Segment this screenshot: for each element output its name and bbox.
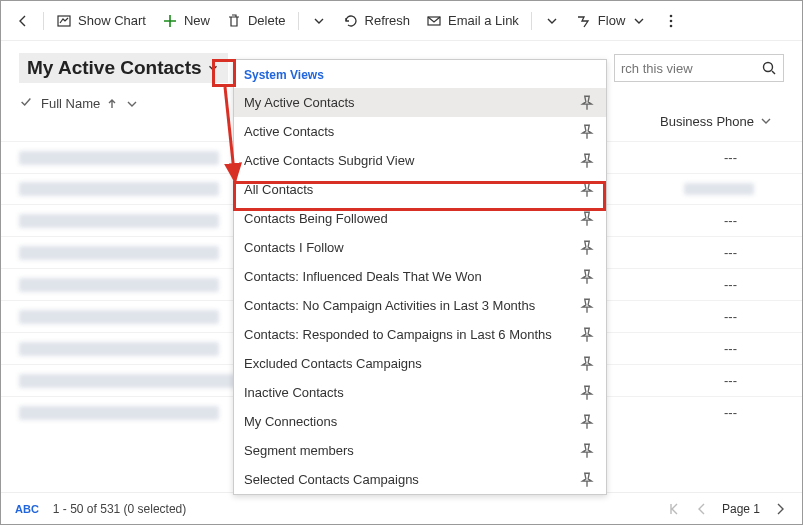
back-button[interactable] <box>7 9 39 33</box>
pin-icon[interactable] <box>578 154 596 168</box>
pin-icon[interactable] <box>578 415 596 429</box>
business-phone-cell: --- <box>724 309 784 324</box>
chevron-down-icon[interactable] <box>124 96 140 112</box>
view-option[interactable]: My Active Contacts <box>234 88 606 117</box>
view-option[interactable]: Contacts: Responded to Campaigns in Last… <box>234 320 606 349</box>
pin-icon[interactable] <box>578 444 596 458</box>
abc-jump[interactable]: ABC <box>15 503 39 515</box>
view-dropdown: System Views My Active ContactsActive Co… <box>233 59 607 495</box>
view-option-label: Selected Contacts Campaigns <box>244 472 419 487</box>
chevron-down-icon <box>631 13 647 29</box>
view-selector[interactable]: My Active Contacts <box>19 53 228 83</box>
show-chart-button[interactable]: Show Chart <box>48 9 154 33</box>
pin-icon[interactable] <box>578 96 596 110</box>
search-box[interactable] <box>614 54 784 82</box>
envelope-icon <box>426 13 442 29</box>
next-page-icon[interactable] <box>772 501 788 517</box>
chevron-down-icon <box>544 13 560 29</box>
delete-split-button[interactable] <box>303 9 335 33</box>
search-icon[interactable] <box>761 60 777 76</box>
new-label: New <box>184 13 210 28</box>
show-chart-label: Show Chart <box>78 13 146 28</box>
flow-label: Flow <box>598 13 625 28</box>
business-phone-cell: --- <box>724 245 784 260</box>
view-title: My Active Contacts <box>27 57 202 79</box>
record-count: 1 - 50 of 531 (0 selected) <box>53 502 186 516</box>
svg-point-4 <box>670 24 673 27</box>
col-business-phone-label: Business Phone <box>660 114 754 129</box>
contact-name-cell <box>19 246 219 260</box>
pin-icon[interactable] <box>578 357 596 371</box>
view-option[interactable]: Contacts: No Campaign Activities in Last… <box>234 291 606 320</box>
toolbar: Show Chart New Delete Refresh Email a Li… <box>1 1 802 41</box>
contact-name-cell <box>19 406 219 420</box>
pin-icon[interactable] <box>578 299 596 313</box>
view-option[interactable]: All Contacts <box>234 175 606 204</box>
view-option[interactable]: Contacts: Influenced Deals That We Won <box>234 262 606 291</box>
prev-page-icon[interactable] <box>694 501 710 517</box>
pin-icon[interactable] <box>578 328 596 342</box>
view-option-label: All Contacts <box>244 182 313 197</box>
search-input[interactable] <box>621 61 761 76</box>
delete-button[interactable]: Delete <box>218 9 294 33</box>
select-all-check[interactable] <box>19 95 35 112</box>
pin-icon[interactable] <box>578 183 596 197</box>
view-option[interactable]: Inactive Contacts <box>234 378 606 407</box>
business-phone-cell: --- <box>724 277 784 292</box>
trash-icon <box>226 13 242 29</box>
new-button[interactable]: New <box>154 9 218 33</box>
more-vertical-icon <box>663 13 679 29</box>
chart-icon <box>56 13 72 29</box>
view-option[interactable]: Active Contacts Subgrid View <box>234 146 606 175</box>
plus-icon <box>162 13 178 29</box>
back-icon <box>15 13 31 29</box>
col-full-name[interactable]: Full Name <box>41 96 140 112</box>
view-option[interactable]: Excluded Contacts Campaigns <box>234 349 606 378</box>
view-option[interactable]: My Connections <box>234 407 606 436</box>
svg-point-3 <box>670 19 673 22</box>
svg-rect-0 <box>58 16 70 26</box>
view-option-label: Contacts: Influenced Deals That We Won <box>244 269 482 284</box>
view-option-label: Excluded Contacts Campaigns <box>244 356 422 371</box>
view-option[interactable]: Selected Contacts Campaigns <box>234 465 606 494</box>
view-option-label: Active Contacts Subgrid View <box>244 153 414 168</box>
flow-button[interactable]: Flow <box>568 9 655 33</box>
first-page-icon[interactable] <box>666 501 682 517</box>
pin-icon[interactable] <box>578 212 596 226</box>
pin-icon[interactable] <box>578 270 596 284</box>
pin-icon[interactable] <box>578 386 596 400</box>
pin-icon[interactable] <box>578 241 596 255</box>
pin-icon[interactable] <box>578 125 596 139</box>
contact-name-cell <box>19 151 219 165</box>
business-phone-cell: --- <box>724 341 784 356</box>
separator <box>531 12 532 30</box>
pager: Page 1 <box>666 501 788 517</box>
business-phone-cell: --- <box>724 405 784 420</box>
view-option-label: Segment members <box>244 443 354 458</box>
contact-name-cell <box>19 342 219 356</box>
view-option[interactable]: Contacts Being Followed <box>234 204 606 233</box>
email-label: Email a Link <box>448 13 519 28</box>
view-selector-chevron[interactable] <box>202 55 224 81</box>
view-option[interactable]: Contacts I Follow <box>234 233 606 262</box>
business-phone-cell <box>684 183 754 195</box>
chevron-down-icon[interactable] <box>758 113 774 129</box>
refresh-button[interactable]: Refresh <box>335 9 419 33</box>
dropdown-section-header: System Views <box>234 60 606 88</box>
contact-name-cell <box>19 182 219 196</box>
col-business-phone[interactable]: Business Phone <box>660 113 774 129</box>
svg-point-2 <box>670 14 673 17</box>
view-option-label: Contacts: No Campaign Activities in Last… <box>244 298 535 313</box>
view-option[interactable]: Active Contacts <box>234 117 606 146</box>
overflow-button[interactable] <box>655 9 687 33</box>
pin-icon[interactable] <box>578 473 596 487</box>
refresh-icon <box>343 13 359 29</box>
email-link-button[interactable]: Email a Link <box>418 9 527 33</box>
view-option-label: Contacts: Responded to Campaigns in Last… <box>244 327 552 342</box>
sort-asc-icon <box>104 96 120 112</box>
contact-name-cell <box>19 278 219 292</box>
email-split-button[interactable] <box>536 9 568 33</box>
business-phone-cell: --- <box>724 150 784 165</box>
delete-label: Delete <box>248 13 286 28</box>
view-option[interactable]: Segment members <box>234 436 606 465</box>
